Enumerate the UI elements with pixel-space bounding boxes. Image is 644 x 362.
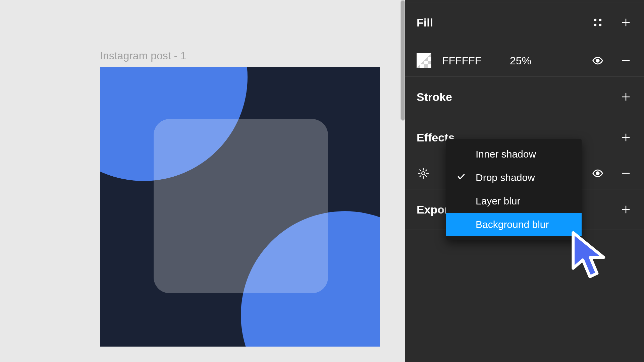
remove-effect-icon[interactable] (619, 167, 633, 180)
fill-color-swatch[interactable] (417, 53, 431, 68)
svg-point-6 (596, 59, 599, 62)
add-effect-icon[interactable] (619, 131, 633, 144)
svg-point-2 (594, 24, 597, 26)
fill-hex-value[interactable]: FFFFFF (442, 55, 499, 67)
add-stroke-icon[interactable] (619, 90, 633, 104)
check-icon (457, 172, 466, 183)
menu-item-drop-shadow[interactable]: Drop shadow (446, 166, 582, 189)
effect-settings-icon[interactable] (417, 167, 430, 180)
menu-item-inner-shadow[interactable]: Inner shadow (446, 142, 582, 166)
menu-item-label: Background blur (476, 219, 549, 230)
scrollbar-vertical[interactable] (400, 0, 405, 121)
remove-fill-icon[interactable] (619, 54, 633, 67)
add-export-icon[interactable] (619, 203, 633, 216)
svg-point-3 (599, 24, 602, 26)
fill-section: Fill (405, 0, 644, 76)
scrollbar-thumb[interactable] (401, 1, 405, 120)
svg-line-19 (420, 176, 421, 177)
shape-overlay-rect[interactable] (154, 119, 328, 293)
svg-line-20 (426, 170, 427, 171)
svg-point-12 (422, 172, 425, 175)
svg-point-21 (596, 172, 599, 175)
fill-title: Fill (417, 16, 433, 29)
stroke-title: Stroke (417, 90, 452, 104)
stroke-section: Stroke (405, 77, 644, 117)
visibility-icon[interactable] (591, 54, 604, 67)
menu-item-layer-blur[interactable]: Layer blur (446, 189, 582, 213)
canvas-area[interactable]: Instagram post - 1 (0, 0, 405, 362)
style-library-icon[interactable] (591, 16, 604, 29)
menu-item-label: Drop shadow (476, 172, 535, 183)
effect-type-dropdown: Inner shadow Drop shadow Layer blur Back… (446, 139, 582, 240)
artboard-frame[interactable] (100, 67, 380, 347)
frame-label[interactable]: Instagram post - 1 (100, 50, 186, 62)
svg-line-17 (420, 170, 421, 171)
fill-opacity-value[interactable]: 25% (510, 55, 553, 67)
svg-point-0 (594, 19, 597, 21)
svg-point-1 (599, 19, 602, 21)
svg-line-18 (426, 176, 427, 177)
menu-item-background-blur[interactable]: Background blur (446, 213, 582, 236)
menu-item-label: Layer blur (476, 195, 520, 207)
add-fill-icon[interactable] (619, 16, 633, 29)
menu-item-label: Inner shadow (476, 148, 536, 160)
effect-visibility-icon[interactable] (591, 167, 604, 180)
